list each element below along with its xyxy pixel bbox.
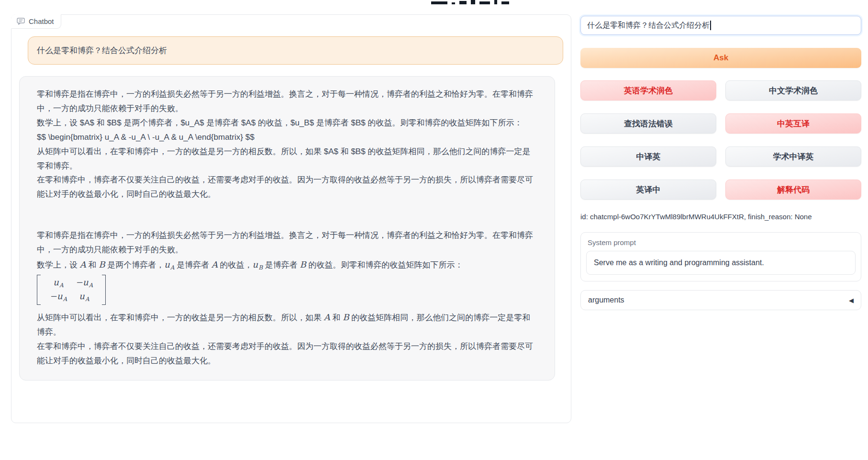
quick-button-查找语法错误[interactable]: 查找语法错误 — [580, 113, 716, 134]
quick-button-中文学术润色[interactable]: 中文学术润色 — [725, 80, 861, 101]
question-input[interactable]: 什么是零和博弈？结合公式介绍分析 — [580, 16, 861, 35]
matrix-cell: −uA — [71, 276, 97, 290]
bot-rendered-paragraph-3: 从矩阵中可以看出，在零和博弈中，一方的收益是另一方的相反数。所以，如果 A 和 … — [37, 310, 537, 339]
collapse-triangle-icon[interactable]: ◀ — [849, 297, 854, 304]
bot-raw-paragraph-4: 在零和博弈中，博弈者不仅要关注自己的收益，还需要考虑对手的收益。因为一方取得的收… — [37, 173, 537, 202]
bot-message-bubble: 零和博弈是指在博弈中，一方的利益损失必然等于另一方的利益增益。换言之，对于每一种… — [19, 76, 555, 381]
quick-buttons-grid: 英语学术润色中文学术润色查找语法错误中英互译中译英学术中译英英译中解释代码 — [580, 80, 861, 200]
arguments-accordion-header[interactable]: arguments ◀ — [580, 290, 861, 310]
matrix-right-bracket — [102, 275, 106, 305]
matrix-cell: uA — [45, 276, 71, 290]
bot-rendered-matrix: uA−uA−uAuA — [37, 273, 537, 310]
bot-rendered-paragraph-2: 数学上，设 A 和 B 是两个博弈者，uA 是博弈者 A 的收益，uB 是博弈者… — [37, 257, 537, 273]
control-column: 什么是零和博弈？结合公式介绍分析 Ask 英语学术润色中文学术润色查找语法错误中… — [580, 0, 861, 310]
bot-raw-formula: $$ \begin{bmatrix} u_A & -u_A \ -u_A & u… — [37, 130, 537, 145]
matrix-left-bracket — [37, 275, 41, 305]
bot-raw-paragraph-2: 数学上，设 $A$ 和 $B$ 是两个博弈者，$u_A$ 是博弈者 $A$ 的收… — [37, 116, 537, 130]
matrix-cell: −uA — [45, 290, 71, 303]
bot-raw-paragraph-1: 零和博弈是指在博弈中，一方的利益损失必然等于另一方的利益增益。换言之，对于每一种… — [37, 87, 537, 116]
quick-button-中英互译[interactable]: 中英互译 — [725, 113, 861, 134]
system-prompt-label: System prompt — [586, 238, 856, 247]
chatbot-panel-label: Chatbot — [11, 14, 61, 29]
matrix-cell: uA — [71, 290, 97, 303]
bot-raw-paragraph-3: 从矩阵中可以看出，在零和博弈中，一方的收益是另一方的相反数。所以，如果 $A$ … — [37, 145, 537, 173]
quick-button-学术中译英[interactable]: 学术中译英 — [725, 146, 861, 167]
question-input-value: 什么是零和博弈？结合公式介绍分析 — [587, 21, 710, 31]
bot-rendered-paragraph-4: 在零和博弈中，博弈者不仅要关注自己的收益，还需要考虑对手的收益。因为一方取得的收… — [37, 339, 537, 368]
quick-button-英译中[interactable]: 英译中 — [580, 180, 716, 200]
system-prompt-value: Serve me as a writing and programming as… — [594, 258, 764, 267]
message-list: 什么是零和博弈？结合公式介绍分析 零和博弈是指在博弈中，一方的利益损失必然等于另… — [19, 36, 563, 381]
clipped-heading-fragment — [431, 0, 509, 4]
system-prompt-input[interactable]: Serve me as a writing and programming as… — [586, 251, 856, 275]
chatbot-label-text: Chatbot — [29, 17, 54, 25]
chat-bubble-icon — [17, 18, 25, 25]
accordion-label: arguments — [588, 296, 624, 304]
quick-button-中译英[interactable]: 中译英 — [580, 146, 716, 167]
text-caret — [710, 21, 711, 30]
user-message-bubble: 什么是零和博弈？结合公式介绍分析 — [28, 36, 563, 65]
quick-button-解释代码[interactable]: 解释代码 — [725, 180, 861, 200]
quick-button-英语学术润色[interactable]: 英语学术润色 — [580, 80, 716, 101]
chatbot-panel: Chatbot 什么是零和博弈？结合公式介绍分析 零和博弈是指在博弈中，一方的利… — [11, 14, 571, 423]
bot-rendered-paragraph-1: 零和博弈是指在博弈中，一方的利益损失必然等于另一方的利益增益。换言之，对于每一种… — [37, 228, 537, 257]
user-message-text: 什么是零和博弈？结合公式介绍分析 — [37, 46, 167, 55]
message-section-gap — [37, 202, 537, 228]
status-line: id: chatcmpl-6wOo7KrYTwMl89lbrMWRu4UkFFX… — [580, 213, 861, 221]
system-prompt-card: System prompt Serve me as a writing and … — [580, 232, 861, 281]
ask-button[interactable]: Ask — [580, 48, 861, 68]
